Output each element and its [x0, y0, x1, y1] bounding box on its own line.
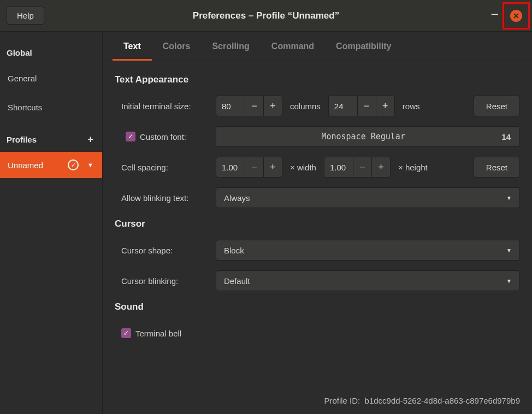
window-title: Preferences – Profile “Unnamed” [193, 10, 339, 21]
rows-spin[interactable]: − + [328, 96, 395, 116]
close-icon [513, 13, 519, 19]
sidebar-active-profile-label: Unnamed [8, 161, 43, 170]
width-input[interactable] [216, 163, 245, 172]
cell-spacing-label: Cell spacing: [115, 163, 210, 172]
cursor-blink-select[interactable]: Default ▼ [216, 270, 520, 291]
height-input[interactable] [324, 163, 353, 172]
profile-id-label: Profile ID: [324, 396, 360, 405]
text-panel: Text Appearance Initial terminal size: −… [103, 61, 532, 388]
row-terminal-bell: ✓ Terminal bell [115, 322, 520, 344]
columns-spin[interactable]: − + [216, 96, 282, 116]
reset-size-button[interactable]: Reset [474, 96, 520, 116]
section-cursor: Cursor [115, 218, 520, 229]
chevron-down-icon: ▼ [506, 247, 512, 253]
section-sound: Sound [115, 301, 520, 312]
tab-text[interactable]: Text [113, 32, 152, 61]
row-initial-size: Initial terminal size: − + columns − + r… [115, 95, 520, 117]
allow-blink-value: Always [224, 193, 506, 203]
height-spin[interactable]: − + [324, 157, 391, 178]
font-name: Monospace Regular [225, 132, 501, 141]
tab-colors[interactable]: Colors [152, 32, 202, 61]
sidebar-item-shortcuts[interactable]: Shortcuts [0, 93, 102, 122]
height-inc-button[interactable]: + [371, 157, 390, 178]
allow-blink-select[interactable]: Always ▼ [216, 187, 520, 208]
rows-inc-button[interactable]: + [376, 96, 394, 116]
height-dec-button[interactable]: − [353, 157, 371, 178]
body: Global General Shortcuts Profiles + Unna… [0, 32, 532, 414]
row-cursor-blinking: Cursor blinking: Default ▼ [115, 270, 520, 292]
chevron-down-icon: ▼ [506, 278, 512, 284]
sidebar-global-label: Global [7, 48, 32, 57]
font-size: 14 [501, 132, 511, 141]
terminal-bell-checkbox[interactable]: ✓ [121, 328, 131, 338]
help-button[interactable]: Help [7, 7, 44, 25]
sidebar-profiles-label: Profiles [7, 135, 37, 144]
columns-word: columns [290, 102, 321, 111]
width-spin[interactable]: − + [216, 157, 282, 178]
chevron-down-icon: ▼ [506, 195, 512, 201]
row-custom-font: ✓ Custom font: Monospace Regular 14 [115, 126, 520, 147]
terminal-bell-label: Terminal bell [135, 329, 181, 338]
height-word: × height [398, 163, 428, 172]
custom-font-label: Custom font: [140, 132, 186, 141]
sidebar-section-global: Global [0, 36, 102, 64]
width-inc-button[interactable]: + [263, 157, 282, 178]
width-dec-button[interactable]: − [245, 157, 263, 178]
row-cursor-shape: Cursor shape: Block ▼ [115, 239, 520, 261]
allow-blink-label: Allow blinking text: [115, 193, 210, 203]
tab-scrolling[interactable]: Scrolling [201, 32, 260, 61]
width-word: × width [290, 163, 316, 172]
sidebar-item-unnamed[interactable]: Unnamed ✓ ▼ [0, 152, 102, 178]
row-allow-blinking: Allow blinking text: Always ▼ [115, 187, 520, 209]
rows-input[interactable] [329, 102, 357, 111]
section-text-appearance: Text Appearance [115, 74, 520, 85]
cursor-blink-label: Cursor blinking: [115, 276, 210, 286]
cursor-shape-value: Block [224, 246, 506, 255]
columns-input[interactable] [216, 102, 245, 111]
tab-compatibility[interactable]: Compatibility [325, 32, 402, 61]
rows-dec-button[interactable]: − [357, 96, 376, 116]
cursor-blink-value: Default [224, 276, 506, 286]
row-cell-spacing: Cell spacing: − + × width − + × height R… [115, 156, 520, 178]
columns-dec-button[interactable]: − [245, 96, 263, 116]
sidebar: Global General Shortcuts Profiles + Unna… [0, 32, 103, 414]
font-chooser-button[interactable]: Monospace Regular 14 [216, 126, 520, 147]
footer: Profile ID: b1dcc9dd-5262-4d8d-a863-c897… [103, 388, 532, 414]
custom-font-label-wrap: ✓ Custom font: [115, 132, 210, 141]
rows-word: rows [403, 102, 420, 111]
titlebar: Help Preferences – Profile “Unnamed” – [0, 0, 532, 32]
reset-spacing-button[interactable]: Reset [474, 157, 520, 178]
close-button[interactable] [510, 10, 522, 22]
terminal-bell-wrap: ✓ Terminal bell [115, 328, 181, 338]
tab-command[interactable]: Command [261, 32, 325, 61]
tabs: Text Colors Scrolling Command Compatibil… [103, 32, 532, 61]
preferences-window: Help Preferences – Profile “Unnamed” – G… [0, 0, 532, 414]
close-button-highlight [503, 2, 530, 29]
columns-inc-button[interactable]: + [263, 96, 282, 116]
profile-menu-icon[interactable]: ▼ [87, 162, 93, 168]
cursor-shape-label: Cursor shape: [115, 246, 210, 255]
custom-font-checkbox[interactable]: ✓ [126, 132, 135, 141]
cursor-shape-select[interactable]: Block ▼ [216, 240, 520, 261]
sidebar-item-general[interactable]: General [0, 64, 102, 93]
default-profile-icon: ✓ [68, 159, 79, 170]
sidebar-section-profiles: Profiles + [0, 122, 102, 152]
profile-id-value: b1dcc9dd-5262-4d8d-a863-c897e6d979b9 [365, 396, 520, 405]
content: Text Colors Scrolling Command Compatibil… [103, 32, 532, 414]
add-profile-button[interactable]: + [87, 134, 93, 145]
initial-size-label: Initial terminal size: [115, 102, 210, 111]
